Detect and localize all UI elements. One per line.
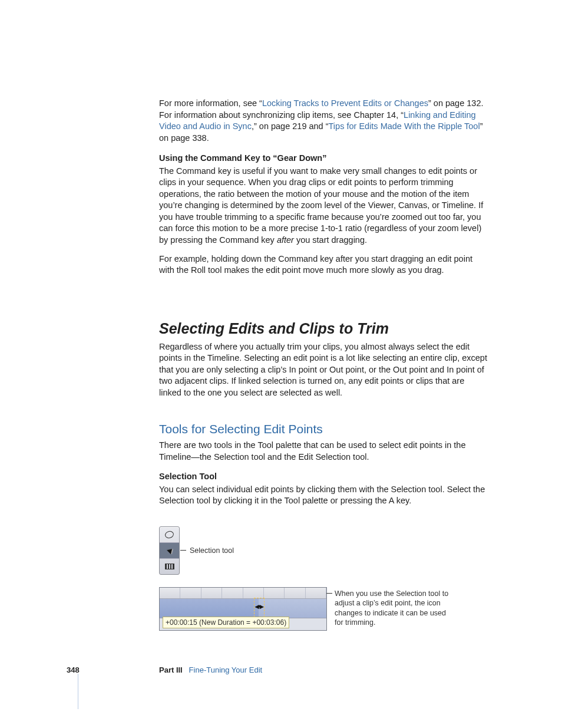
- leader-line: [180, 550, 186, 551]
- intro-paragraph: For more information, see “Locking Track…: [159, 98, 489, 151]
- margin-rule: [78, 674, 78, 709]
- clip-left[interactable]: [160, 599, 259, 618]
- italic-after: after: [277, 235, 294, 245]
- tool-selection[interactable]: [160, 543, 179, 559]
- h2-body: Regardless of where you actually trim yo…: [159, 341, 489, 399]
- footer-title: Fine-Tuning Your Edit: [189, 666, 263, 674]
- tool-palette-figure: [159, 526, 180, 575]
- link-locking-tracks[interactable]: Locking Tracks to Prevent Edits or Chang…: [262, 98, 428, 108]
- h3-body: There are two tools in the Tool palette …: [159, 440, 489, 463]
- text: The Command key is useful if you want to…: [159, 166, 483, 245]
- tool-palette: [159, 526, 180, 575]
- page: For more information, see “Locking Track…: [0, 0, 562, 728]
- gear-section: Using the Command Key to “Gear Down” The…: [159, 153, 489, 284]
- subsection-selection-tool: Selection Tool You can select individual…: [159, 471, 489, 514]
- h2-selecting-edits: Selecting Edits and Clips to Trim: [159, 319, 489, 339]
- fig2-caption: When you use the Selection tool to adjus…: [335, 589, 452, 627]
- h3-tools: Tools for Selecting Edit Points: [159, 421, 489, 437]
- section-tools: Tools for Selecting Edit Points There ar…: [159, 421, 489, 470]
- timeline-figure: ◂▪▸ +00:00:15 (New Duration = +00:03:06): [159, 587, 326, 630]
- text: ,” on page 219 and “: [252, 121, 329, 131]
- footer-part: Part III: [159, 666, 183, 674]
- timeline-ruler: [160, 588, 326, 599]
- leader-line: [326, 593, 332, 594]
- text: you start dragging.: [294, 235, 367, 245]
- group-select-icon: [165, 564, 174, 569]
- section-selecting-edits: Selecting Edits and Clips to Trim Regard…: [159, 319, 489, 406]
- text: For more information, see “: [159, 98, 262, 108]
- timeline-track[interactable]: ◂▪▸: [160, 599, 326, 618]
- link-ripple-tips[interactable]: Tips for Edits Made With the Ripple Tool: [329, 121, 480, 131]
- arrow-icon: [167, 547, 174, 555]
- fig1-caption: Selection tool: [190, 546, 234, 555]
- gear-example: For example, holding down the Command ke…: [159, 253, 489, 276]
- trim-cursor-icon: ◂▪▸: [255, 601, 263, 612]
- clip-right[interactable]: [259, 599, 326, 618]
- tool-lasso[interactable]: [160, 527, 179, 543]
- lasso-icon: [164, 530, 175, 539]
- tool-group-select[interactable]: [160, 559, 179, 574]
- selection-tool-heading: Selection Tool: [159, 471, 489, 483]
- gear-heading: Using the Command Key to “Gear Down”: [159, 153, 489, 164]
- footer: Part III Fine-Tuning Your Edit: [159, 665, 262, 676]
- duration-tooltip: +00:00:15 (New Duration = +00:03:06): [163, 617, 289, 628]
- timeline[interactable]: ◂▪▸ +00:00:15 (New Duration = +00:03:06): [159, 587, 327, 631]
- selection-tool-body: You can select individual edit points by…: [159, 484, 489, 507]
